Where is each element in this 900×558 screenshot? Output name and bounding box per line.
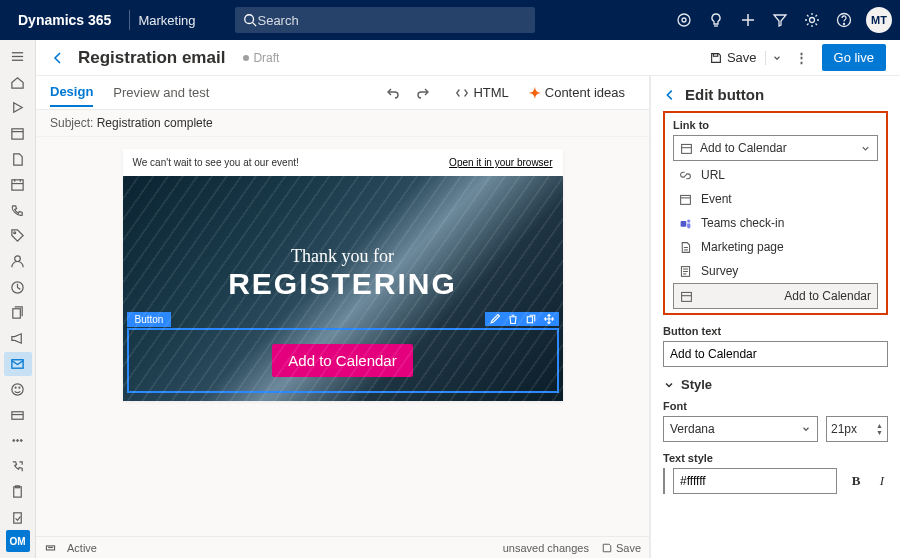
- link-to-combobox[interactable]: Add to Calendar: [673, 135, 878, 161]
- open-browser-link[interactable]: Open it in your browser: [449, 157, 552, 168]
- target-icon[interactable]: [668, 0, 700, 40]
- hero-line2: REGISTERING: [133, 267, 553, 301]
- avatar[interactable]: MT: [866, 7, 892, 33]
- tab-design[interactable]: Design: [50, 78, 93, 107]
- font-size-input[interactable]: 21px ▲▼: [826, 416, 888, 442]
- svg-point-43: [687, 219, 690, 222]
- option-survey[interactable]: Survey: [673, 259, 878, 283]
- tab-preview[interactable]: Preview and test: [113, 79, 209, 106]
- svg-line-1: [253, 23, 257, 27]
- text-color-swatch[interactable]: [663, 468, 665, 494]
- text-color-input[interactable]: [673, 468, 837, 494]
- panel-back-button[interactable]: [663, 88, 677, 102]
- text-style-label: Text style: [663, 452, 888, 464]
- home-icon[interactable]: [4, 71, 32, 95]
- ideas-label: Content ideas: [545, 85, 625, 100]
- person-icon[interactable]: [4, 250, 32, 274]
- move-icon[interactable]: [543, 313, 555, 325]
- option-teams[interactable]: Teams check-in: [673, 211, 878, 235]
- gear-icon[interactable]: [796, 0, 828, 40]
- svg-rect-42: [681, 221, 687, 227]
- option-url[interactable]: URL: [673, 163, 878, 187]
- lightbulb-icon[interactable]: [700, 0, 732, 40]
- mail-icon[interactable]: [4, 352, 32, 376]
- button-text-input[interactable]: [663, 341, 888, 367]
- back-button[interactable]: [50, 50, 72, 66]
- option-event[interactable]: Event: [673, 187, 878, 211]
- editor-pane: Design Preview and test HTML ✦ Content i…: [36, 76, 650, 558]
- plus-icon[interactable]: [732, 0, 764, 40]
- status-icon[interactable]: [44, 541, 57, 554]
- svg-point-30: [17, 440, 19, 442]
- svg-point-9: [844, 24, 845, 25]
- global-search[interactable]: [235, 7, 535, 33]
- bold-button[interactable]: B: [845, 468, 867, 494]
- svg-rect-15: [12, 180, 23, 190]
- doc-icon[interactable]: [4, 147, 32, 171]
- event-icon[interactable]: [4, 122, 32, 146]
- html-button[interactable]: HTML: [455, 85, 508, 100]
- more-button[interactable]: ⋮: [788, 50, 816, 65]
- subject-label: Subject:: [50, 116, 93, 130]
- svg-rect-27: [12, 411, 23, 419]
- filter-icon[interactable]: [764, 0, 796, 40]
- status-bar: Active unsaved changes Save: [36, 536, 649, 558]
- brand: Dynamics 365: [8, 12, 121, 28]
- undo-button[interactable]: [385, 85, 415, 101]
- italic-button[interactable]: I: [871, 468, 893, 494]
- cta-button[interactable]: Add to Calendar: [272, 344, 412, 377]
- go-live-button[interactable]: Go live: [822, 44, 886, 71]
- hero-line1: Thank you for: [133, 246, 553, 267]
- save-label: Save: [727, 50, 757, 65]
- calendar-icon[interactable]: [4, 173, 32, 197]
- app-name: Marketing: [138, 13, 195, 28]
- svg-point-26: [19, 387, 20, 388]
- duplicate-icon[interactable]: [525, 313, 537, 325]
- emoji-icon[interactable]: [4, 378, 32, 402]
- svg-point-19: [14, 232, 16, 234]
- megaphone-icon[interactable]: [4, 327, 32, 351]
- option-add-to-calendar[interactable]: Add to Calendar: [673, 283, 878, 309]
- save-split-button[interactable]: Save: [701, 46, 788, 69]
- play-icon[interactable]: [4, 96, 32, 120]
- files-icon[interactable]: [4, 301, 32, 325]
- hamburger-icon[interactable]: [4, 45, 32, 69]
- svg-rect-13: [12, 129, 23, 139]
- redo-button[interactable]: [415, 85, 445, 101]
- style-section-header[interactable]: Style: [663, 377, 888, 392]
- footer-save-button[interactable]: Save: [601, 542, 641, 554]
- card-icon[interactable]: [4, 403, 32, 427]
- edit-icon[interactable]: [489, 313, 501, 325]
- call-icon[interactable]: [4, 455, 32, 479]
- font-select[interactable]: Verdana: [663, 416, 818, 442]
- phone-icon[interactable]: [4, 199, 32, 223]
- clipboard-icon[interactable]: [4, 480, 32, 504]
- link-to-options: URL Event Teams check-in Marketing page …: [673, 163, 878, 309]
- help-icon[interactable]: [828, 0, 860, 40]
- search-input[interactable]: [257, 13, 527, 28]
- canvas[interactable]: We can't wait to see you at our event! O…: [36, 137, 649, 536]
- clipboard-check-icon[interactable]: [4, 506, 32, 530]
- editor-tabs: Design Preview and test HTML ✦ Content i…: [36, 76, 649, 110]
- om-badge[interactable]: OM: [6, 530, 30, 552]
- dots-icon[interactable]: [4, 429, 32, 453]
- svg-point-25: [15, 387, 16, 388]
- save-button[interactable]: Save: [701, 46, 765, 69]
- selected-button-element[interactable]: Button Add to Calendar: [127, 328, 559, 393]
- svg-point-0: [245, 15, 254, 24]
- status-active: Active: [67, 542, 97, 554]
- main: Registration email Draft Save ⋮ Go live …: [36, 40, 900, 558]
- tag-icon[interactable]: [4, 224, 32, 248]
- content-ideas-button[interactable]: ✦ Content ideas: [529, 85, 625, 101]
- hero-section[interactable]: Thank you for REGISTERING Button: [123, 176, 563, 401]
- svg-point-29: [13, 440, 15, 442]
- subject-line[interactable]: Subject: Registration complete: [36, 110, 649, 137]
- clock-icon[interactable]: [4, 275, 32, 299]
- option-marketing-page[interactable]: Marketing page: [673, 235, 878, 259]
- svg-rect-40: [681, 195, 691, 204]
- svg-rect-35: [713, 53, 717, 56]
- link-to-label: Link to: [673, 119, 878, 131]
- delete-icon[interactable]: [507, 313, 519, 325]
- save-chevron[interactable]: [765, 51, 788, 65]
- svg-rect-32: [14, 487, 22, 497]
